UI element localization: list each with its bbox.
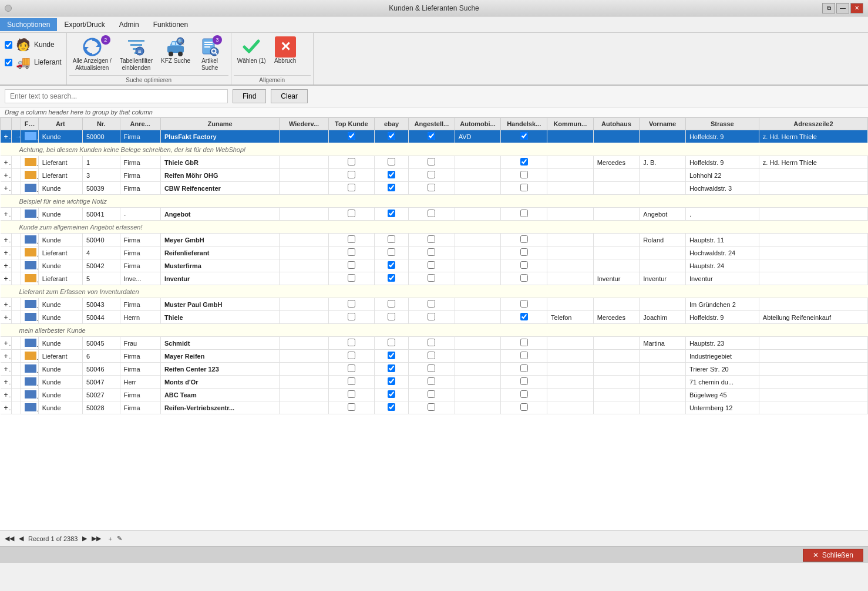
row-ebay[interactable] bbox=[375, 272, 409, 285]
row-ebay[interactable] bbox=[375, 156, 409, 169]
table-row[interactable]: +Kunde50027FirmaABC TeamBügelweg 45 bbox=[1, 389, 868, 401]
table-row[interactable]: +Kunde50042FirmaMusterfirmaHauptstr. 24 bbox=[1, 259, 868, 272]
row-angestellt[interactable] bbox=[409, 363, 455, 376]
row-ebay[interactable] bbox=[375, 401, 409, 414]
expand-btn[interactable]: + bbox=[1, 259, 12, 272]
row-angestellt[interactable] bbox=[409, 208, 455, 221]
col-nr-header[interactable]: Nr. bbox=[82, 118, 120, 130]
close-button[interactable]: ✕ bbox=[850, 3, 863, 13]
table-row[interactable]: +Lieferant6FirmaMayer ReifenIndustriegeb… bbox=[1, 350, 868, 363]
row-handelskette[interactable] bbox=[501, 156, 547, 169]
menu-funktionen[interactable]: Funktionen bbox=[146, 18, 195, 31]
row-angestellt[interactable] bbox=[409, 156, 455, 169]
kunde-checkbox[interactable] bbox=[5, 41, 12, 49]
row-ebay[interactable] bbox=[375, 182, 409, 195]
table-row[interactable]: +Kunde50044HerrnThieleTelefonMercedesJoa… bbox=[1, 311, 868, 324]
row-ebay[interactable] bbox=[375, 376, 409, 389]
alle-anzeigen-button[interactable]: 2 Alle Anzeigen /Aktualisieren bbox=[69, 34, 115, 74]
col-automobil-header[interactable]: Automobi... bbox=[455, 118, 501, 130]
kfz-suche-button[interactable]: 🔍 KFZ Suche bbox=[157, 34, 194, 67]
col-handelskette-header[interactable]: Handelsk... bbox=[501, 118, 547, 130]
minimize-button[interactable]: — bbox=[836, 3, 849, 13]
expand-btn[interactable]: + bbox=[1, 169, 12, 182]
row-ebay[interactable] bbox=[375, 311, 409, 324]
menu-suchoptionen[interactable]: Suchoptionen bbox=[0, 18, 57, 31]
row-handelskette[interactable] bbox=[501, 208, 547, 221]
row-ebay[interactable] bbox=[375, 298, 409, 311]
expand-btn[interactable]: + bbox=[1, 298, 12, 311]
nav-edit-btn[interactable]: ✎ bbox=[117, 535, 122, 542]
row-angestellt[interactable] bbox=[409, 182, 455, 195]
table-row[interactable]: +Lieferant5Inve...InventurInventurInvent… bbox=[1, 272, 868, 285]
row-ebay[interactable] bbox=[375, 208, 409, 221]
table-row[interactable]: +Lieferant3FirmaReifen Möhr OHGLohhohl 2… bbox=[1, 169, 868, 182]
table-row[interactable]: +Kunde50041-AngebotAngebot. bbox=[1, 208, 868, 221]
expand-btn[interactable]: + bbox=[1, 337, 12, 350]
row-angestellt[interactable] bbox=[409, 246, 455, 259]
expand-btn[interactable]: + bbox=[1, 156, 12, 169]
expand-btn[interactable]: + bbox=[1, 234, 12, 246]
artikel-suche-button[interactable]: 3 ArtikelSuche bbox=[195, 34, 224, 74]
table-container[interactable]: Far... Art Nr. Anre... Zuname Wiederv...… bbox=[0, 117, 868, 530]
row-angestellt[interactable] bbox=[409, 311, 455, 324]
row-topkunde[interactable] bbox=[328, 182, 375, 195]
row-handelskette[interactable] bbox=[501, 272, 547, 285]
nav-add-btn[interactable]: + bbox=[108, 535, 112, 542]
expand-btn[interactable]: + bbox=[1, 376, 12, 389]
row-ebay[interactable] bbox=[375, 259, 409, 272]
row-topkunde[interactable] bbox=[328, 363, 375, 376]
row-topkunde[interactable] bbox=[328, 130, 375, 143]
row-ebay[interactable] bbox=[375, 363, 409, 376]
nav-next-btn[interactable]: ▶ bbox=[82, 535, 87, 542]
row-angestellt[interactable] bbox=[409, 130, 455, 143]
row-topkunde[interactable] bbox=[328, 401, 375, 414]
menu-export-druck[interactable]: Export/Druck bbox=[57, 18, 112, 31]
col-wiederv-header[interactable]: Wiederv... bbox=[280, 118, 328, 130]
col-art-header[interactable]: Art bbox=[38, 118, 82, 130]
table-row[interactable]: +Kunde50039FirmaCBW ReifencenterHochwald… bbox=[1, 182, 868, 195]
row-topkunde[interactable] bbox=[328, 311, 375, 324]
waehlen-button[interactable]: Wählen (1) bbox=[234, 34, 270, 67]
schliessen-button[interactable]: ✕ Schließen bbox=[803, 549, 863, 562]
col-topkunde-header[interactable]: Top Kunde bbox=[328, 118, 375, 130]
expand-btn[interactable]: + bbox=[1, 272, 12, 285]
row-handelskette[interactable] bbox=[501, 259, 547, 272]
find-button[interactable]: Find bbox=[233, 89, 266, 103]
table-row[interactable]: +Lieferant4FirmaReifenlieferantHochwalds… bbox=[1, 246, 868, 259]
tabellenfilter-button[interactable]: ≡ Tabellenfiltereinblenden bbox=[116, 34, 156, 74]
table-row[interactable]: +Kunde50040FirmaMeyer GmbHRolandHauptstr… bbox=[1, 234, 868, 246]
row-topkunde[interactable] bbox=[328, 337, 375, 350]
restore-button[interactable]: ⧉ bbox=[822, 3, 835, 13]
col-adr2-header[interactable]: Adresszeile2 bbox=[759, 118, 867, 130]
row-handelskette[interactable] bbox=[501, 234, 547, 246]
col-vorname-header[interactable]: Vorname bbox=[640, 118, 686, 130]
row-ebay[interactable] bbox=[375, 350, 409, 363]
expand-btn[interactable]: + bbox=[1, 311, 12, 324]
expand-btn[interactable]: + bbox=[1, 350, 12, 363]
expand-btn[interactable]: + bbox=[1, 182, 12, 195]
col-autohaus-header[interactable]: Autohaus bbox=[593, 118, 640, 130]
row-angestellt[interactable] bbox=[409, 234, 455, 246]
expand-btn[interactable]: + bbox=[1, 389, 12, 401]
row-angestellt[interactable] bbox=[409, 169, 455, 182]
col-angestellt-header[interactable]: Angestell... bbox=[409, 118, 455, 130]
row-angestellt[interactable] bbox=[409, 298, 455, 311]
row-angestellt[interactable] bbox=[409, 401, 455, 414]
lieferant-checkbox-row[interactable]: 🚚 Lieferant bbox=[5, 55, 62, 69]
nav-last-btn[interactable]: ▶▶ bbox=[92, 535, 101, 542]
row-handelskette[interactable] bbox=[501, 130, 547, 143]
col-anrede-header[interactable]: Anre... bbox=[120, 118, 160, 130]
expand-btn[interactable]: + bbox=[1, 246, 12, 259]
row-ebay[interactable] bbox=[375, 169, 409, 182]
expand-btn[interactable]: + bbox=[1, 208, 12, 221]
row-handelskette[interactable] bbox=[501, 311, 547, 324]
row-angestellt[interactable] bbox=[409, 272, 455, 285]
row-angestellt[interactable] bbox=[409, 259, 455, 272]
nav-prev-btn[interactable]: ◀ bbox=[19, 535, 23, 542]
row-topkunde[interactable] bbox=[328, 376, 375, 389]
row-handelskette[interactable] bbox=[501, 350, 547, 363]
table-row[interactable]: +Lieferant1FirmaThiele GbRMercedesJ. B.H… bbox=[1, 156, 868, 169]
row-topkunde[interactable] bbox=[328, 234, 375, 246]
col-kommunikation-header[interactable]: Kommun... bbox=[547, 118, 593, 130]
row-topkunde[interactable] bbox=[328, 389, 375, 401]
